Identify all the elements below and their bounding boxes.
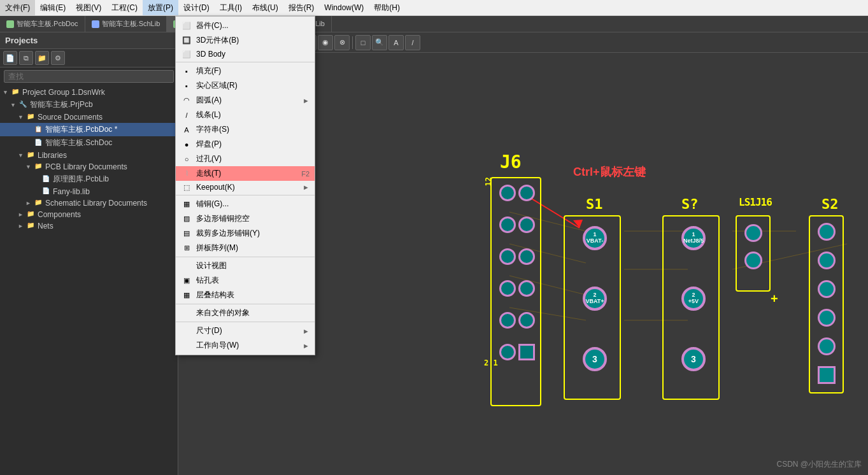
copper-pour-icon: ▦ (181, 200, 192, 209)
menu-arc[interactable]: ◠ 圆弧(A) ► (176, 93, 315, 108)
tree-project-group[interactable]: ▼ 📁 Project Group 1.DsnWrk (0, 87, 178, 98)
menu-fill[interactable]: ▪ 填充(F) (176, 64, 315, 78)
menu-clip-copper[interactable]: ▤ 裁剪多边形铺铜(Y) (176, 226, 315, 241)
left-panel: Projects 📄 ⧉ 📁 ⚙ ▼ 📁 Project Group 1.Dsn… (0, 32, 178, 475)
connector-s2 (809, 215, 844, 393)
menu-window[interactable]: Window(W) (319, 0, 369, 15)
search-box (4, 70, 174, 83)
pcb-tool-box[interactable]: □ (355, 35, 371, 50)
plus5-label: +5V (688, 298, 699, 304)
tab-pcbdoc1[interactable]: 智能车主板.PcbDoc (0, 16, 85, 32)
menu-wizard[interactable]: 工作向导(W) ► (176, 338, 315, 353)
tree-fanylib[interactable]: 📄 Fany-lib.lib (0, 186, 178, 197)
menu-help[interactable]: 帮助(H) (369, 0, 405, 15)
pad-j6-10 (518, 312, 535, 329)
pad-sq-2: 2+5V (681, 287, 706, 311)
menu-keepout[interactable]: ⬚ Keepout(K) ► (176, 181, 315, 194)
annotation-text: Ctrl+鼠标左键 (573, 164, 646, 180)
menu-report[interactable]: 报告(R) (283, 0, 320, 15)
menu-edit[interactable]: 编辑(E) (35, 0, 71, 15)
panel-array-icon: ⊞ (181, 244, 192, 253)
solid-region-icon: ▪ (181, 82, 192, 90)
project-group-icon: 📁 (10, 88, 20, 97)
sep5 (176, 322, 315, 322)
pcb-tool-cross[interactable]: ⊗ (334, 35, 350, 50)
design-view-label: 设计视图 (196, 260, 309, 271)
menu-route[interactable]: 布线(U) (247, 0, 283, 15)
menu-design[interactable]: 设计(D) (178, 0, 215, 15)
label-s2: S2 (822, 196, 839, 212)
menu-pad[interactable]: ● 焊盘(P) (176, 137, 315, 152)
source-docs-icon: 📁 (25, 113, 36, 122)
tree-libraries[interactable]: ▼ 📁 Libraries (0, 150, 178, 161)
menu-solid-region[interactable]: ▪ 实心区域(R) (176, 78, 315, 93)
wizard-label: 工作向导(W) (196, 340, 302, 351)
string-icon: A (181, 125, 192, 134)
menu-tools[interactable]: 工具(I) (215, 0, 247, 15)
toolbar-settings[interactable]: ⚙ (51, 51, 65, 65)
menu-panel-array[interactable]: ⊞ 拼板阵列(M) (176, 241, 315, 255)
pad-s2-3 (818, 280, 836, 298)
menu-view[interactable]: 视图(V) (71, 0, 106, 15)
pcb-tool-circle[interactable]: ◉ (318, 35, 333, 50)
menu-cutout[interactable]: ▨ 多边形铺铜挖空 (176, 211, 315, 226)
tree-sch-lib-docs[interactable]: ► 📁 Schematic Library Documents (0, 197, 178, 209)
menu-from-file[interactable]: 来自文件的对象 (176, 306, 315, 320)
pad-j6-3 (499, 216, 516, 233)
pad-j6-7 (499, 280, 516, 297)
menu-dimension[interactable]: 尺寸(D) ► (176, 323, 315, 338)
copper-pour-label: 铺铜(G)... (196, 199, 309, 209)
3d-body-label: 3D Body (196, 50, 309, 59)
tree-pcblib[interactable]: 📄 原理图库.PcbLib (0, 173, 178, 186)
menu-3d-body[interactable]: ⬜ 3D Body (176, 48, 315, 60)
tree-source-docs[interactable]: ▼ 📁 Source Documents (0, 111, 178, 123)
menu-component[interactable]: ⬜ 器件(C)... (176, 18, 315, 33)
via-label: 过孔(V) (196, 153, 309, 164)
label-j6-pin2: 2 1 (484, 358, 498, 367)
tree-pcbdoc[interactable]: 📋 智能车主板.PcbDoc * (0, 123, 178, 136)
menu-3d-component[interactable]: 🔲 3D元件体(B) (176, 33, 315, 48)
tree-smart-car-project[interactable]: ▼ 🔧 智能车主板.PrjPcb (0, 98, 178, 111)
label-j6: J6 (500, 152, 522, 173)
menu-copper-pour[interactable]: ▦ 铺铜(G)... (176, 197, 315, 211)
menu-place[interactable]: 放置(P) (143, 0, 178, 15)
arc-label: 圆弧(A) (196, 95, 302, 106)
menu-project[interactable]: 工程(C) (106, 0, 143, 15)
menu-file[interactable]: 文件(F) (0, 0, 35, 15)
tree-schdoc[interactable]: 📄 智能车主板.SchDoc (0, 136, 178, 150)
menu-route[interactable]: ⌇ 走线(T) F2 (176, 166, 315, 181)
pcb-lib-docs-icon: 📁 (33, 162, 43, 171)
menu-drill-table[interactable]: ▣ 钻孔表 (176, 273, 315, 288)
main-layout: Projects 📄 ⧉ 📁 ⚙ ▼ 📁 Project Group 1.Dsn… (0, 32, 868, 475)
pcb-tool-text[interactable]: A (388, 35, 404, 50)
connector-s1: 1VBAT- 2VBAT+ 3 (564, 215, 621, 400)
tree-pcb-lib-docs[interactable]: ▼ 📁 PCB Library Documents (0, 161, 178, 173)
tab-schlib[interactable]: 智能车主板.SchLib (85, 16, 167, 32)
dimension-arrow: ► (302, 327, 309, 335)
search-input[interactable] (4, 70, 174, 83)
menu-bar: 文件(F) 编辑(E) 视图(V) 工程(C) 放置(P) 设计(D) 工具(I… (0, 0, 868, 16)
arc-arrow: ► (302, 97, 309, 104)
pad-icon: ● (181, 140, 192, 149)
menu-line[interactable]: / 线条(L) (176, 108, 315, 122)
menu-design-view[interactable]: 设计视图 (176, 259, 315, 273)
menu-via[interactable]: ○ 过孔(V) (176, 152, 315, 166)
string-label: 字符串(S) (196, 124, 309, 135)
sep4 (176, 304, 315, 304)
menu-layer-stack[interactable]: ▦ 层叠结构表 (176, 288, 315, 302)
toolbar-folder[interactable]: 📁 (35, 51, 49, 65)
pcb-tool-line[interactable]: / (405, 35, 420, 50)
toolbar-copy[interactable]: ⧉ (19, 51, 33, 65)
pad-j6-9 (499, 312, 516, 329)
project-group-label: Project Group 1.DsnWrk (22, 88, 105, 97)
wizard-arrow: ► (302, 342, 309, 350)
pad-j6-5 (499, 248, 516, 265)
toolbar-new[interactable]: 📄 (3, 51, 17, 65)
pcblib-label: 原理图库.PcbLib (53, 174, 109, 185)
tree-components[interactable]: ► 📁 Components (0, 209, 178, 220)
tree-nets[interactable]: ► 📁 Nets (0, 220, 178, 232)
menu-string[interactable]: A 字符串(S) (176, 122, 315, 137)
pcb-tool-search[interactable]: 🔍 (372, 35, 387, 50)
pcblib-icon: 📄 (41, 175, 51, 184)
connector-ls1 (736, 215, 771, 292)
